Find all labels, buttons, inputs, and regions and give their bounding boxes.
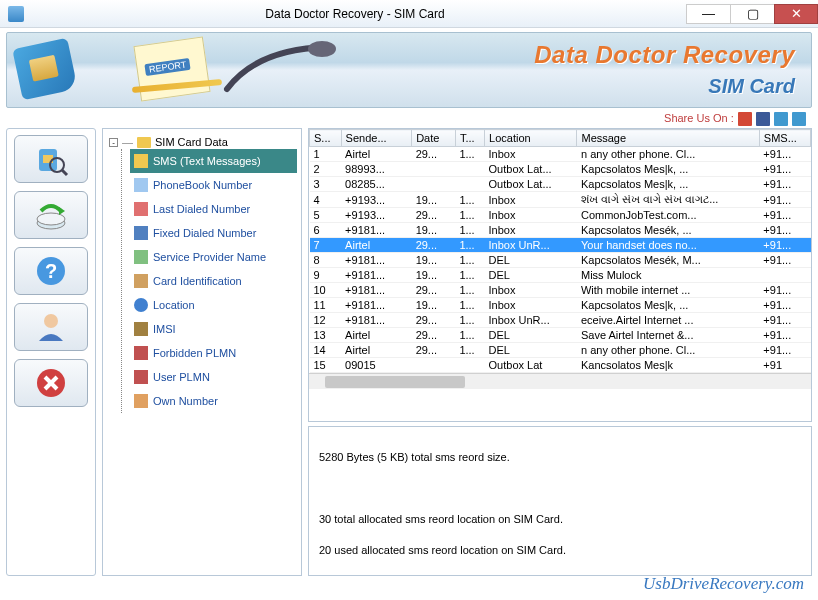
table-cell: n any other phone. Cl... [577, 343, 759, 358]
table-cell: Save Airtel Internet &... [577, 328, 759, 343]
column-header[interactable]: Message [577, 130, 759, 147]
folder-icon [137, 137, 151, 148]
table-cell: શંખ વાગે સંખ વાગે સંખ વાગટ... [577, 192, 759, 208]
table-row[interactable]: 1Airtel29...1...Inboxn any other phone. … [310, 147, 811, 162]
recover-button[interactable] [14, 191, 88, 239]
tree-root-node[interactable]: - — SIM Card Data [107, 135, 297, 149]
details-size: 5280 Bytes (5 KB) total sms reord size. [319, 450, 801, 465]
banner-title: Data Doctor Recovery [534, 41, 795, 69]
column-header[interactable]: T... [455, 130, 484, 147]
table-cell: Kapcsolatos Mesék, M... [577, 253, 759, 268]
help-button[interactable]: ? [14, 247, 88, 295]
googleplus-icon[interactable] [738, 112, 752, 126]
table-cell: Outbox Lat... [485, 162, 577, 177]
close-button[interactable]: ✕ [774, 4, 818, 24]
tree-item-3[interactable]: Fixed Dialed Number [130, 221, 297, 245]
facebook-icon[interactable] [756, 112, 770, 126]
table-cell: 14 [310, 343, 342, 358]
dial-icon [134, 202, 148, 216]
table-row[interactable]: 7Airtel29...1...Inbox UnR...Your handset… [310, 238, 811, 253]
column-header[interactable]: Date [412, 130, 456, 147]
horizontal-scrollbar[interactable] [309, 373, 811, 389]
tree-item-4[interactable]: Service Provider Name [130, 245, 297, 269]
table-cell: +9181... [341, 313, 412, 328]
tree-item-8[interactable]: Forbidden PLMN [130, 341, 297, 365]
table-cell: 1 [310, 147, 342, 162]
collapse-icon[interactable]: - [109, 138, 118, 147]
table-row[interactable]: 10+9181...29...1...InboxWith mobile inte… [310, 283, 811, 298]
tree-children: SMS (Text Messages)PhoneBook NumberLast … [121, 149, 297, 413]
table-row[interactable]: 14Airtel29...1...DELn any other phone. C… [310, 343, 811, 358]
tree-item-label: Own Number [153, 395, 218, 407]
tree-item-10[interactable]: Own Number [130, 389, 297, 413]
table-cell: +91... [759, 192, 810, 208]
svg-point-0 [308, 41, 336, 57]
share-icon[interactable] [792, 112, 806, 126]
table-cell: n any other phone. Cl... [577, 147, 759, 162]
twitter-icon[interactable] [774, 112, 788, 126]
table-row[interactable]: 11+9181...19...1...InboxKapcsolatos Mes|… [310, 298, 811, 313]
table-cell: Your handset does no... [577, 238, 759, 253]
table-row[interactable]: 1509015Outbox LatKancsolatos Mes|k+91 [310, 358, 811, 373]
table-cell: +91... [759, 343, 810, 358]
table-row[interactable]: 308285...Outbox Lat...Kapcsolatos Mes|k,… [310, 177, 811, 192]
tree-item-2[interactable]: Last Dialed Number [130, 197, 297, 221]
table-row[interactable]: 12+9181...29...1...Inbox UnR...eceive.Ai… [310, 313, 811, 328]
tree-item-7[interactable]: IMSI [130, 317, 297, 341]
table-row[interactable]: 298993...Outbox Lat...Kapcsolatos Mes|k,… [310, 162, 811, 177]
table-cell: +91... [759, 147, 810, 162]
table-scroll[interactable]: S...Sende...DateT...LocationMessageSMS..… [308, 128, 812, 422]
column-header[interactable]: S... [310, 130, 342, 147]
sms-table: S...Sende...DateT...LocationMessageSMS..… [309, 129, 811, 373]
table-cell: DEL [485, 253, 577, 268]
fixed-icon [134, 226, 148, 240]
table-cell: Airtel [341, 147, 412, 162]
tree-item-1[interactable]: PhoneBook Number [130, 173, 297, 197]
table-cell [412, 358, 456, 373]
table-cell: 29... [412, 208, 456, 223]
column-header[interactable]: Sende... [341, 130, 412, 147]
table-cell: DEL [485, 268, 577, 283]
table-cell: Miss Mulock [577, 268, 759, 283]
banner-decoration: REPORT [17, 39, 257, 103]
tree-item-5[interactable]: Card Identification [130, 269, 297, 293]
tree-item-label: IMSI [153, 323, 176, 335]
exit-button[interactable] [14, 359, 88, 407]
column-header[interactable]: Location [485, 130, 577, 147]
table-cell: 19... [412, 268, 456, 283]
user-button[interactable] [14, 303, 88, 351]
table-cell: +9181... [341, 223, 412, 238]
table-cell: 19... [412, 298, 456, 313]
tree-panel: - — SIM Card Data SMS (Text Messages)Pho… [102, 128, 302, 576]
table-cell: 6 [310, 223, 342, 238]
table-row[interactable]: 8+9181...19...1...DELKapcsolatos Mesék, … [310, 253, 811, 268]
table-cell: 19... [412, 253, 456, 268]
column-header[interactable]: SMS... [759, 130, 810, 147]
table-cell: With mobile internet ... [577, 283, 759, 298]
tree-item-0[interactable]: SMS (Text Messages) [130, 149, 297, 173]
banner: REPORT Data Doctor Recovery SIM Card [6, 32, 812, 108]
window-title: Data Doctor Recovery - SIM Card [24, 7, 686, 21]
tree-item-label: User PLMN [153, 371, 210, 383]
table-row[interactable]: 9+9181...19...1...DEL Miss Mulock [310, 268, 811, 283]
table-cell: 29... [412, 343, 456, 358]
search-sim-button[interactable] [14, 135, 88, 183]
table-cell: 09015 [341, 358, 412, 373]
table-cell: +91... [759, 253, 810, 268]
tree-item-label: Service Provider Name [153, 251, 266, 263]
table-cell: Inbox [485, 223, 577, 238]
maximize-button[interactable]: ▢ [730, 4, 774, 24]
table-row[interactable]: 13Airtel29...1...DELSave Airtel Internet… [310, 328, 811, 343]
table-row[interactable]: 5+9193...29...1...InboxCommonJobTest.com… [310, 208, 811, 223]
table-row[interactable]: 4+9193...19...1...Inboxશંખ વાગે સંખ વાગે… [310, 192, 811, 208]
table-cell: Airtel [341, 343, 412, 358]
table-cell: 4 [310, 192, 342, 208]
tree-item-9[interactable]: User PLMN [130, 365, 297, 389]
table-cell: Kapcsolatos Mes|k, ... [577, 162, 759, 177]
table-row[interactable]: 6+9181...19...1...InboxKapcsolatos Mesék… [310, 223, 811, 238]
table-cell: 1... [455, 313, 484, 328]
table-cell: Outbox Lat... [485, 177, 577, 192]
tree-item-6[interactable]: Location [130, 293, 297, 317]
footer-link[interactable]: UsbDriveRecovery.com [643, 574, 804, 594]
minimize-button[interactable]: — [686, 4, 730, 24]
